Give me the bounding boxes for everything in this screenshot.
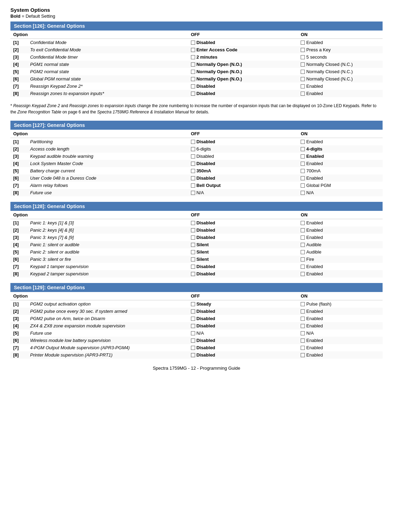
option-off: Disabled [188, 39, 298, 46]
checkbox-off[interactable] [191, 272, 195, 276]
checkbox-off[interactable] [191, 309, 195, 314]
checkbox-off[interactable] [191, 147, 195, 151]
on-label: Normally Closed (N.C.) [306, 69, 353, 74]
checkbox-off[interactable] [191, 84, 195, 88]
checkbox-on[interactable] [301, 243, 305, 247]
checkbox-off[interactable] [191, 183, 195, 188]
checkbox-on[interactable] [301, 257, 305, 261]
checkbox-on[interactable] [301, 346, 305, 350]
checkbox-off[interactable] [191, 62, 195, 67]
checkbox-on[interactable] [301, 235, 305, 240]
table-row: [1]Confidential ModeDisabledEnabled [10, 39, 383, 46]
option-off: 6-digits [188, 145, 298, 153]
option-off: Disabled [188, 138, 298, 146]
checkbox-off[interactable] [191, 317, 195, 321]
checkbox-off[interactable] [191, 235, 195, 240]
option-number: [5] [10, 329, 27, 337]
checkbox-off[interactable] [191, 250, 195, 254]
off-label: Disabled [196, 175, 215, 181]
checkbox-on[interactable] [301, 92, 305, 96]
checkbox-on[interactable] [301, 176, 305, 180]
checkbox-off[interactable] [191, 191, 195, 195]
checkbox-on[interactable] [301, 353, 305, 357]
checkbox-on[interactable] [301, 62, 305, 67]
option-number: [8] [10, 270, 27, 277]
checkbox-on[interactable] [301, 147, 305, 151]
on-label: Enabled [306, 220, 323, 225]
checkbox-off[interactable] [191, 77, 195, 81]
option-on: N/A [298, 329, 383, 337]
checkbox-on[interactable] [301, 338, 305, 343]
option-description: Panic 3: silent or fire [27, 256, 188, 263]
checkbox-off[interactable] [191, 324, 195, 328]
col-off: OFF [188, 211, 298, 219]
checkbox-on[interactable] [301, 317, 305, 321]
checkbox-off[interactable] [191, 162, 195, 166]
checkbox-on[interactable] [301, 302, 305, 306]
table-row: [6]User Code 048 is a Duress CodeDisable… [10, 174, 383, 182]
checkbox-on[interactable] [301, 55, 305, 59]
checkbox-on[interactable] [301, 84, 305, 88]
section-block-section128: Section [128]: General OptionsOptionOFFO… [10, 202, 383, 277]
checkbox-on[interactable] [301, 221, 305, 225]
option-on: Enabled [298, 337, 383, 344]
checkbox-on[interactable] [301, 272, 305, 276]
on-label: Press a Key [306, 47, 331, 52]
checkbox-off[interactable] [191, 169, 195, 173]
checkbox-off[interactable] [191, 70, 195, 74]
option-off: Disabled [188, 315, 298, 322]
col-option: Option [10, 130, 188, 138]
on-label: Enabled [306, 309, 323, 314]
checkbox-on[interactable] [301, 191, 305, 195]
checkbox-off[interactable] [191, 265, 195, 269]
checkbox-on[interactable] [301, 169, 305, 173]
col-on: ON [298, 211, 383, 219]
checkbox-on[interactable] [301, 77, 305, 81]
checkbox-off[interactable] [191, 338, 195, 343]
checkbox-off[interactable] [191, 353, 195, 357]
checkbox-on[interactable] [301, 162, 305, 166]
checkbox-off[interactable] [191, 176, 195, 180]
option-description: PGM1 normal state [27, 61, 188, 68]
option-number: [4] [10, 61, 27, 68]
checkbox-on[interactable] [301, 324, 305, 328]
option-number: [2] [10, 46, 27, 53]
option-number: [1] [10, 39, 27, 46]
checkbox-off[interactable] [191, 48, 195, 52]
checkbox-on[interactable] [301, 250, 305, 254]
table-row: [7]Reassign Keypad Zone 2*DisabledEnable… [10, 83, 383, 90]
checkbox-off[interactable] [191, 41, 195, 45]
checkbox-off[interactable] [191, 243, 195, 247]
checkbox-off[interactable] [191, 154, 195, 158]
checkbox-off[interactable] [191, 92, 195, 96]
option-number: [3] [10, 234, 27, 241]
option-off: Normally Open (N.O.) [188, 68, 298, 75]
checkbox-on[interactable] [301, 70, 305, 74]
checkbox-off[interactable] [191, 257, 195, 261]
checkbox-off[interactable] [191, 55, 195, 59]
option-description: Reassign Keypad Zone 2* [27, 83, 188, 90]
option-description: PGM2 pulse once every 30 sec. if system … [27, 308, 188, 315]
checkbox-on[interactable] [301, 309, 305, 314]
checkbox-on[interactable] [301, 154, 305, 158]
checkbox-off[interactable] [191, 331, 195, 335]
checkbox-on[interactable] [301, 41, 305, 45]
checkbox-on[interactable] [301, 228, 305, 232]
checkbox-on[interactable] [301, 183, 305, 188]
on-label: Enabled [306, 316, 323, 321]
option-on: 4-digits [298, 145, 383, 153]
checkbox-off[interactable] [191, 346, 195, 350]
option-description: ZX4 & ZX8 zone expansion module supervis… [27, 322, 188, 329]
checkbox-off[interactable] [191, 228, 195, 232]
checkbox-off[interactable] [191, 302, 195, 306]
option-on: 700mA [298, 167, 383, 174]
checkbox-off[interactable] [191, 140, 195, 144]
table-row: [2]Panic 2: keys [4] & [6]DisabledEnable… [10, 226, 383, 234]
option-description: PGM2 normal state [27, 68, 188, 75]
checkbox-on[interactable] [301, 265, 305, 269]
checkbox-on[interactable] [301, 140, 305, 144]
checkbox-off[interactable] [191, 221, 195, 225]
option-off: Disabled [188, 226, 298, 234]
checkbox-on[interactable] [301, 48, 305, 52]
checkbox-on[interactable] [301, 331, 305, 335]
